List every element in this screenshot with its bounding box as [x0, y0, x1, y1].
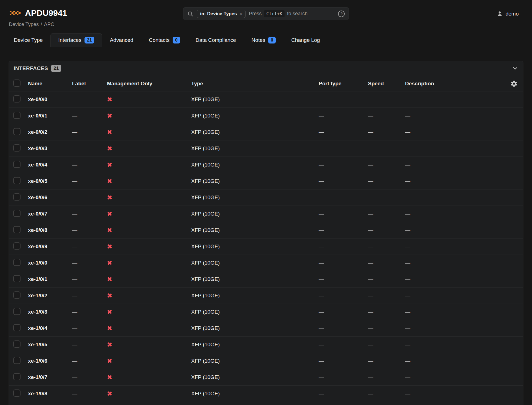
page: >>> APDU9941 Device Types / APC in: Devi… — [0, 0, 532, 405]
column-header-port-type[interactable]: Port type — [319, 81, 368, 87]
interface-name-link[interactable]: xe-0/0/9 — [28, 243, 72, 250]
user-menu[interactable]: demo — [497, 11, 519, 17]
interface-name-link[interactable]: xe-1/0/1 — [28, 276, 72, 282]
row-checkbox[interactable] — [13, 340, 21, 348]
type-cell: XFP (10GE) — [191, 342, 319, 348]
row-checkbox[interactable] — [13, 324, 21, 331]
row-checkbox[interactable] — [13, 226, 21, 233]
tab-contacts[interactable]: Contacts 0 — [141, 33, 188, 47]
row-checkbox[interactable] — [13, 128, 21, 135]
speed-cell: — — [368, 391, 405, 397]
interface-name-link[interactable]: xe-0/0/7 — [28, 211, 72, 217]
global-search-input[interactable]: in: Device Types × Press Ctrl+K to searc… — [183, 7, 349, 20]
interface-name-link[interactable]: xe-0/0/6 — [28, 194, 72, 201]
tab-change-log[interactable]: Change Log — [283, 33, 328, 47]
interface-name-link[interactable]: xe-1/0/4 — [28, 325, 72, 331]
interface-name-link[interactable]: xe-1/0/0 — [28, 260, 72, 266]
port-type-cell: — — [319, 227, 368, 233]
tab-data-compliance[interactable]: Data Compliance — [188, 33, 244, 47]
chip-remove-icon[interactable]: × — [240, 11, 242, 16]
label-cell: — — [72, 211, 107, 217]
row-checkbox[interactable] — [13, 112, 21, 119]
row-checkbox[interactable] — [13, 144, 21, 152]
port-type-cell: — — [319, 374, 368, 380]
username-label: demo — [505, 11, 519, 17]
type-cell: XFP (10GE) — [191, 129, 319, 135]
collapse-panel-button[interactable] — [512, 65, 518, 72]
page-title: APDU9941 — [25, 8, 67, 18]
speed-cell: — — [368, 96, 405, 102]
tab-notes[interactable]: Notes 0 — [244, 33, 284, 47]
row-checkbox[interactable] — [13, 242, 21, 250]
description-cell: — — [405, 178, 499, 184]
row-checkbox[interactable] — [13, 210, 21, 217]
interfaces-panel-header: INTERFACES 21 — [9, 61, 523, 76]
brand-chevrons-icon[interactable]: >>> — [9, 9, 21, 17]
interface-name-link[interactable]: xe-1/0/7 — [28, 374, 72, 380]
type-cell: XFP (10GE) — [191, 96, 319, 102]
interface-name-link[interactable]: xe-1/0/6 — [28, 358, 72, 364]
column-header-management-only[interactable]: Management Only — [107, 81, 191, 87]
interface-name-link[interactable]: xe-0/0/1 — [28, 113, 72, 119]
type-cell: XFP (10GE) — [191, 162, 319, 168]
port-type-cell: — — [319, 342, 368, 348]
row-checkbox[interactable] — [13, 291, 21, 299]
column-header-speed[interactable]: Speed — [368, 81, 405, 87]
row-checkbox[interactable] — [13, 389, 21, 397]
row-checkbox[interactable] — [13, 259, 21, 266]
interface-name-link[interactable]: xe-1/0/2 — [28, 293, 72, 299]
description-cell: — — [405, 227, 499, 233]
speed-cell: — — [368, 325, 405, 331]
interface-name-link[interactable]: xe-0/0/2 — [28, 129, 72, 135]
table-config-button[interactable] — [510, 80, 518, 87]
speed-cell: — — [368, 178, 405, 184]
speed-cell: — — [368, 243, 405, 250]
tab-interfaces[interactable]: Interfaces 21 — [50, 33, 102, 47]
interface-name-link[interactable]: xe-0/0/3 — [28, 145, 72, 152]
label-cell: — — [72, 194, 107, 201]
tab-count-badge: 0 — [173, 37, 180, 43]
breadcrumb-parent-link[interactable]: Device Types — [9, 22, 39, 27]
row-checkbox[interactable] — [13, 193, 21, 201]
interface-name-link[interactable]: xe-1/0/8 — [28, 391, 72, 397]
interface-name-link[interactable]: xe-1/0/5 — [28, 342, 72, 348]
interface-name-link[interactable]: xe-0/0/0 — [28, 96, 72, 102]
select-all-checkbox[interactable] — [13, 80, 21, 87]
label-cell: — — [72, 374, 107, 380]
tab-advanced[interactable]: Advanced — [102, 33, 141, 47]
tab-device-type[interactable]: Device Type — [6, 33, 50, 47]
interface-name-link[interactable]: xe-1/0/3 — [28, 309, 72, 315]
label-cell: — — [72, 113, 107, 119]
row-checkbox[interactable] — [13, 357, 21, 364]
breadcrumb-current-link[interactable]: APC — [44, 22, 54, 27]
search-help-icon[interactable]: ? — [338, 11, 345, 17]
column-header-description[interactable]: Description — [405, 81, 499, 87]
search-scope-chip[interactable]: in: Device Types × — [197, 10, 245, 18]
column-header-label[interactable]: Label — [72, 81, 107, 87]
port-type-cell: — — [319, 391, 368, 397]
search-scope-label: in: Device Types — [200, 11, 237, 17]
speed-cell: — — [368, 227, 405, 233]
row-checkbox[interactable] — [13, 95, 21, 102]
port-type-cell: — — [319, 309, 368, 315]
interface-name-link[interactable]: xe-0/0/5 — [28, 178, 72, 184]
row-checkbox[interactable] — [13, 373, 21, 380]
keyboard-shortcut-key: Ctrl+K — [264, 10, 285, 17]
management-only-false-icon: ✖ — [107, 145, 191, 152]
table-row: xe-1/0/0 — ✖ XFP (10GE) — — — — [9, 255, 523, 271]
description-cell: — — [405, 96, 499, 102]
description-cell: — — [405, 293, 499, 299]
row-checkbox[interactable] — [13, 161, 21, 168]
row-checkbox[interactable] — [13, 177, 21, 184]
column-header-name[interactable]: Name — [28, 81, 72, 87]
row-checkbox[interactable] — [13, 275, 21, 282]
label-cell: — — [72, 325, 107, 331]
row-checkbox[interactable] — [13, 308, 21, 315]
description-cell: — — [405, 129, 499, 135]
port-type-cell: — — [319, 96, 368, 102]
description-cell: — — [405, 342, 499, 348]
interface-name-link[interactable]: xe-0/0/4 — [28, 162, 72, 168]
interface-name-link[interactable]: xe-0/0/8 — [28, 227, 72, 233]
column-header-type[interactable]: Type — [191, 81, 319, 87]
panel-count-badge: 21 — [51, 65, 61, 72]
